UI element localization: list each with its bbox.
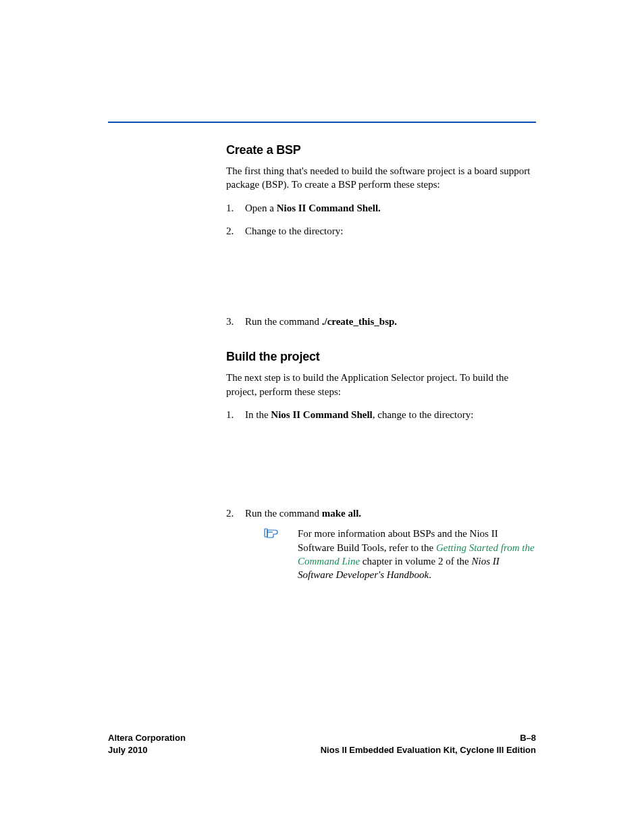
footer-right: B–8 Nios II Embedded Evaluation Kit, Cyc… <box>321 732 536 756</box>
intro-create-bsp: The first thing that's needed to build t… <box>226 164 536 192</box>
note-t3: . <box>429 569 431 580</box>
footer-doc-title: Nios II Embedded Evaluation Kit, Cyclone… <box>321 744 536 756</box>
note-block: For more information about BSPs and the … <box>264 527 536 581</box>
page-content: Create a BSP The first thing that's need… <box>108 122 536 591</box>
steps-create-bsp: Open a Nios II Command Shell. Change to … <box>226 201 536 329</box>
step-2: Change to the directory: <box>226 224 536 305</box>
footer-page-number: B–8 <box>321 732 536 744</box>
step-1: Open a Nios II Command Shell. <box>226 201 536 215</box>
build-step-1-post: , change to the directory: <box>373 409 474 420</box>
build-step-1-gap <box>245 421 536 497</box>
note-text: For more information about BSPs and the … <box>298 527 536 581</box>
step-1-bold: Nios II Command Shell. <box>277 203 381 213</box>
step-2-text: Change to the directory: <box>245 226 343 236</box>
build-step-1: In the Nios II Command Shell, change to … <box>226 408 536 497</box>
steps-build-project: In the Nios II Command Shell, change to … <box>226 408 536 582</box>
step-1-text: Open a <box>245 203 277 213</box>
step-3-text: Run the command <box>245 316 322 327</box>
build-step-2-bold: make all. <box>322 508 361 519</box>
build-step-1-bold: Nios II Command Shell <box>271 409 372 420</box>
note-t2: chapter in volume 2 of the <box>360 556 471 567</box>
step-2-gap <box>245 238 536 305</box>
page-footer: Altera Corporation July 2010 B–8 Nios II… <box>108 732 536 756</box>
build-step-2-pre: Run the command <box>245 508 322 519</box>
intro-build-project: The next step is to build the Applicatio… <box>226 371 536 398</box>
build-step-2: Run the command make all. For more infor… <box>226 506 536 581</box>
heading-build-project: Build the project <box>226 350 536 364</box>
hand-point-icon <box>264 527 298 581</box>
svg-rect-0 <box>265 529 267 537</box>
footer-date: July 2010 <box>108 744 186 756</box>
build-step-1-pre: In the <box>245 409 271 420</box>
step-3: Run the command ./create_this_bsp. <box>226 315 536 328</box>
footer-left: Altera Corporation July 2010 <box>108 732 186 756</box>
heading-create-bsp: Create a BSP <box>226 143 536 157</box>
footer-company: Altera Corporation <box>108 732 186 744</box>
step-3-bold: ./create_this_bsp. <box>322 316 397 327</box>
